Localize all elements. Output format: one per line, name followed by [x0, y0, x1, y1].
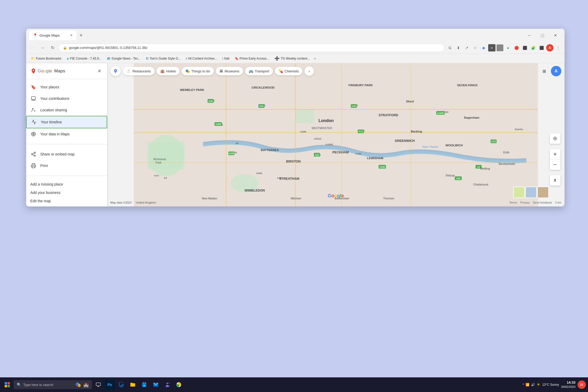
layer-thumb-1[interactable]: [513, 187, 525, 198]
bookmark-label: Tom's Guide Style G...: [149, 57, 181, 60]
start-button[interactable]: [2, 379, 13, 390]
sidebar-print[interactable]: Print: [26, 160, 107, 171]
zoom-out-button[interactable]: −: [550, 159, 560, 170]
timeline-icon: [31, 119, 37, 125]
sidebar-item-your-data[interactable]: Your data in Maps: [26, 128, 107, 140]
chemists-icon: 💊: [279, 69, 283, 73]
sidebar-add-missing-place[interactable]: Add a missing place: [26, 180, 107, 188]
tab-close-button[interactable]: ✕: [70, 33, 73, 37]
extension-icon5[interactable]: 🔴: [513, 44, 520, 51]
bookmark-fold[interactable]: t fold: [220, 56, 232, 61]
google-icon[interactable]: G: [446, 44, 454, 51]
terms-link[interactable]: Terms: [509, 201, 517, 204]
sidebar-close-button[interactable]: ✕: [96, 67, 103, 75]
taskbar-clock[interactable]: 14:33 20/02/2023: [561, 380, 575, 389]
taskbar-app-mail[interactable]: [151, 379, 161, 390]
grid-view-button[interactable]: ⊞: [539, 66, 549, 76]
filter-chip-museums[interactable]: 🏛 Museums: [216, 67, 243, 75]
notification-badge[interactable]: 21: [578, 381, 586, 389]
taskbar-app-edge[interactable]: [116, 379, 126, 390]
active-tab[interactable]: 📍 Google Maps ✕: [29, 30, 76, 40]
sidebar-share-embed[interactable]: Share or embed map: [26, 148, 107, 160]
bookmark-icon: ➕: [274, 56, 280, 61]
taskbar-app-chrome[interactable]: [174, 379, 184, 390]
minimize-button[interactable]: ─: [523, 31, 535, 39]
back-button[interactable]: ←: [29, 44, 37, 52]
taskbar-right: ^ 📶 🔊 ☀ 13°C Sunny 14:33 20/02/2023 21: [522, 380, 586, 389]
maximize-button[interactable]: ⬜: [536, 31, 548, 39]
svg-text:A3: A3: [164, 176, 167, 179]
address-input[interactable]: 🔒 google.com/maps/@51.4915801,-0.1358756…: [59, 44, 444, 52]
svg-text:A40: A40: [209, 100, 213, 102]
window-controls: ─ ⬜ ✕: [523, 31, 561, 39]
svg-text:A3205: A3205: [325, 143, 333, 146]
map-search-button[interactable]: [110, 66, 121, 76]
menu-button[interactable]: ⋮: [555, 44, 562, 51]
volume-icon[interactable]: 🔊: [531, 383, 535, 387]
extension-icon2[interactable]: ▪▪: [488, 44, 495, 51]
bookmark-future-bookmarks[interactable]: 📁 Future Bookmarks: [29, 56, 64, 61]
new-tab-button[interactable]: +: [76, 31, 86, 40]
refresh-button[interactable]: ↻: [49, 44, 56, 52]
filter-chip-hotels[interactable]: 🏨 Hotels: [157, 67, 180, 75]
my-location-button[interactable]: [550, 133, 560, 144]
user-profile-button[interactable]: A: [546, 44, 554, 51]
send-feedback-link[interactable]: Send feedback: [533, 201, 552, 204]
map-area[interactable]: A41 A10 A1020 A13 A406 A205 A205 A3 A308…: [107, 63, 564, 206]
taskbar-search-box[interactable]: 🔍 Type here to search 🎭 🏰: [14, 380, 92, 389]
svg-text:Richmond: Richmond: [153, 158, 166, 161]
forward-button[interactable]: →: [39, 44, 47, 52]
share-icon[interactable]: ↗: [463, 44, 470, 51]
extension-icon1[interactable]: ◈: [480, 44, 487, 51]
filter-chip-transport[interactable]: 🚌 Transport: [245, 67, 273, 75]
svg-line-13: [33, 154, 34, 155]
weather-text: 13°C Sunny: [542, 383, 559, 387]
svg-rect-112: [142, 383, 147, 384]
extension-icon6[interactable]: ⬛: [521, 44, 528, 51]
bookmark-toms-guide[interactable]: G Tom's Guide Style G...: [144, 55, 183, 61]
sidebar-toggle[interactable]: ⬛: [538, 44, 545, 51]
bookmark-google-news[interactable]: 🗺️ Google News - Tec...: [105, 56, 143, 61]
download-icon[interactable]: ⬇: [455, 44, 462, 51]
taskbar-app-calendar[interactable]: 21: [139, 379, 149, 390]
svg-text:Rainha: Rainha: [515, 128, 523, 131]
sidebar-item-your-places[interactable]: 🔖 Your places: [26, 81, 107, 93]
svg-rect-105: [8, 382, 10, 384]
sidebar-item-label: Your places: [40, 85, 59, 89]
sidebar-item-contributions[interactable]: Your contributions: [26, 93, 107, 104]
filter-chip-label: Chemists: [285, 69, 299, 73]
print-icon: [30, 163, 37, 169]
privacy-link[interactable]: Privacy: [520, 201, 530, 204]
taskbar-app-file-explorer[interactable]: [128, 379, 138, 390]
sidebar-edit-map[interactable]: Edit the map: [26, 197, 107, 205]
extension-icon3[interactable]: [497, 44, 503, 51]
taskbar-app-teams[interactable]: [162, 379, 172, 390]
user-avatar-button[interactable]: A: [551, 66, 561, 76]
network-icon[interactable]: 📶: [526, 383, 529, 387]
sidebar-item-your-timeline[interactable]: Your timeline: [26, 116, 107, 128]
layer-thumb-2[interactable]: [525, 187, 537, 198]
tray-arrow[interactable]: ^: [522, 383, 524, 387]
filter-chip-restaurants[interactable]: 🍴 Restaurants: [123, 67, 154, 75]
filter-chip-chemists[interactable]: 💊 Chemists: [275, 67, 302, 75]
bookmark-tg-weekly[interactable]: ➕ TG Weekly content...: [272, 55, 312, 62]
filter-chips-more-button[interactable]: ›: [304, 66, 314, 76]
filter-chip-label: Things to do: [191, 69, 210, 73]
bookmark-icon[interactable]: ☆: [471, 44, 479, 51]
bookmark-all-content[interactable]: t All Content Archive...: [184, 56, 219, 61]
zoom-in-button[interactable]: +: [550, 149, 560, 159]
extensions-button[interactable]: 🧩: [529, 44, 537, 51]
sidebar-add-business[interactable]: Add your business: [26, 188, 107, 197]
filter-chip-things-to-do[interactable]: 🎭 Things to do: [182, 67, 214, 75]
bookmark-fie-console[interactable]: ◈ FIE Console - 7.45.9...: [65, 56, 103, 61]
more-bookmarks[interactable]: »: [314, 57, 316, 60]
layer-thumb-3[interactable]: [537, 187, 549, 198]
expand-button[interactable]: ⬆: [550, 175, 560, 186]
sidebar-item-location-sharing[interactable]: Location sharing: [26, 104, 107, 116]
taskbar-app-task-view[interactable]: [93, 379, 103, 390]
extension-icon4[interactable]: ●: [504, 44, 512, 51]
bookmark-prime[interactable]: 🔖 Prime Early Access...: [233, 56, 271, 61]
taskbar-app-photoshop[interactable]: Ps: [105, 379, 115, 390]
close-button[interactable]: ✕: [549, 31, 561, 39]
bookmark-icon: G: [146, 56, 148, 60]
